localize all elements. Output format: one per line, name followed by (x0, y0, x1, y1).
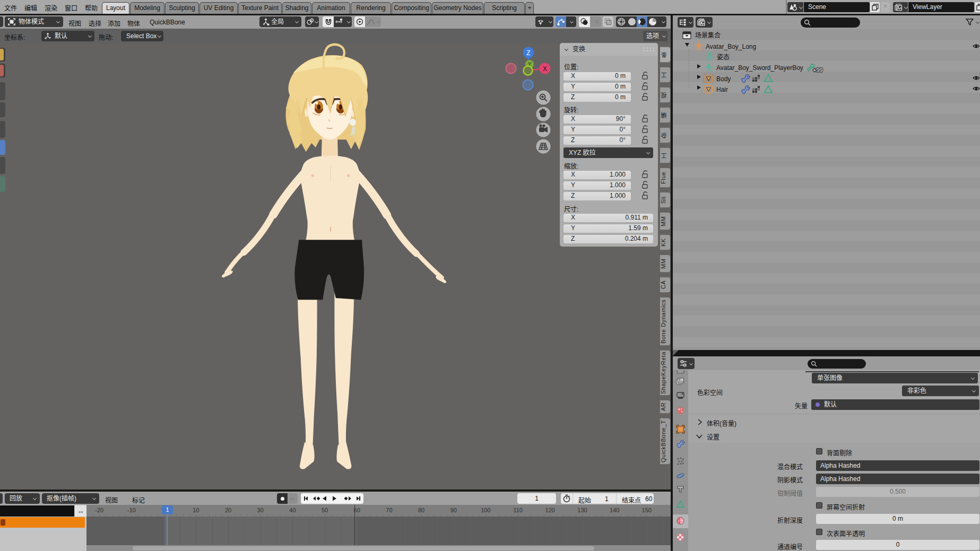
svg-text:姿态: 姿态 (717, 54, 730, 61)
svg-text:Z: Z (526, 49, 530, 57)
svg-text:Body: Body (716, 75, 731, 83)
svg-text:Hair: Hair (716, 86, 728, 93)
svg-text:+99: +99 (813, 67, 823, 73)
svg-text:Avatar_Boy_Long: Avatar_Boy_Long (706, 43, 756, 50)
svg-text:场景集合: 场景集合 (695, 31, 721, 39)
svg-text:Avatar_Boy_Sword_PlayerBoy: Avatar_Boy_Sword_PlayerBoy (716, 64, 803, 72)
svg-text:X: X (543, 65, 547, 73)
